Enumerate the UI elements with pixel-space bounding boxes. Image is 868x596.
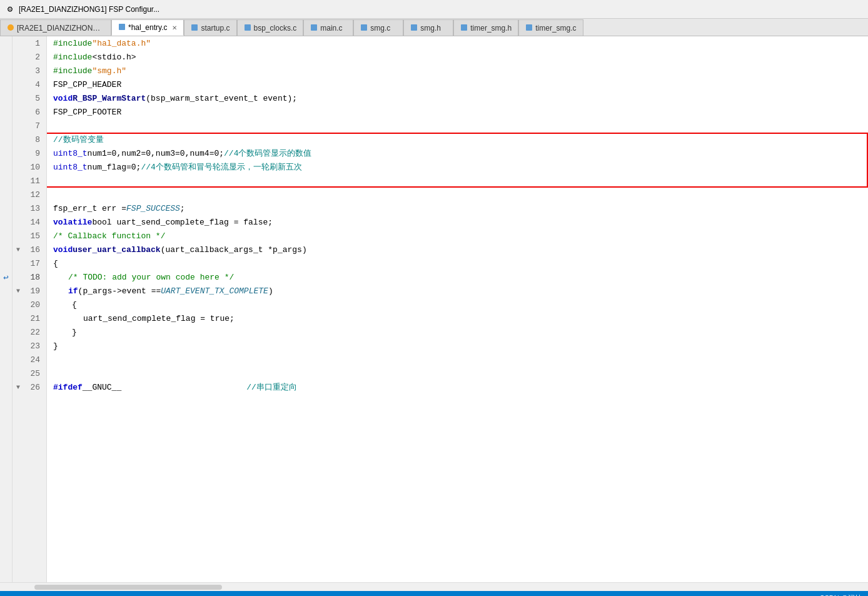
svg-rect-2 bbox=[191, 24, 198, 31]
indicator-cell-17 bbox=[0, 256, 12, 270]
tab-label-main: main.c bbox=[320, 24, 342, 33]
line-num-3: 3 bbox=[13, 64, 46, 78]
indicator-cell-19 bbox=[0, 284, 12, 298]
line-num-4: 4 bbox=[13, 78, 46, 91]
code-line-21: uart_send_complete_flag = true; bbox=[53, 311, 868, 325]
left-indicator: ↩ bbox=[0, 36, 13, 582]
tab-startup[interactable]: startup.c bbox=[184, 19, 236, 36]
title-bar: ⚙ [RA2E1_DIANZIZHONG1] FSP Configur... bbox=[0, 0, 868, 19]
tab-smg[interactable]: smg.c bbox=[353, 19, 403, 36]
line-num-2: 2 bbox=[13, 50, 46, 64]
line-num-14: 14 bbox=[13, 215, 46, 229]
code-line-24 bbox=[53, 353, 868, 366]
code-line-7 bbox=[53, 119, 868, 133]
indicator-cell-13 bbox=[0, 201, 12, 215]
code-line-13: fsp_err_t err = FSP_SUCCESS; bbox=[53, 201, 868, 215]
code-line-4: FSP_CPP_HEADER bbox=[53, 78, 868, 91]
tab-icon-hal-entry bbox=[118, 23, 126, 32]
code-line-20: { bbox=[53, 298, 868, 311]
line-num-11: 11 bbox=[13, 174, 46, 188]
tab-timer-smg-h[interactable]: timer_smg.h bbox=[453, 19, 518, 36]
svg-rect-8 bbox=[526, 24, 532, 31]
line-num-9: 9 bbox=[13, 146, 46, 160]
indicator-cell-25 bbox=[0, 366, 12, 380]
line-num-6: 6 bbox=[13, 105, 46, 119]
tab-hal-entry[interactable]: *hal_entry.c✕ bbox=[111, 19, 184, 36]
fold-icon-19[interactable]: ▼ bbox=[14, 286, 23, 295]
tab-icon-bsp-clocks bbox=[244, 24, 251, 33]
code-line-11 bbox=[53, 174, 868, 188]
indicator-cell-14 bbox=[0, 215, 12, 229]
fold-icon-26[interactable]: ▼ bbox=[14, 383, 23, 391]
tab-close-hal-entry[interactable]: ✕ bbox=[172, 24, 177, 31]
tab-smg-h[interactable]: smg.h bbox=[403, 19, 453, 36]
indicator-cell-7 bbox=[0, 119, 12, 133]
line-num-25: 25 bbox=[13, 366, 46, 380]
line-num-18: 18 bbox=[13, 270, 46, 284]
tab-bar[interactable]: [RA2E1_DIANZIZHONG1] FSP Configur...*hal… bbox=[0, 19, 868, 36]
code-line-25 bbox=[53, 366, 868, 380]
indicator-cell-3 bbox=[0, 64, 12, 78]
tab-icon-smg bbox=[360, 24, 368, 33]
tab-label-fsp-config: [RA2E1_DIANZIZHONG1] FSP Configur... bbox=[17, 24, 104, 33]
indicator-cell-21 bbox=[0, 311, 12, 325]
line-numbers: 123456789101112131415▼161718▼19202122232… bbox=[13, 36, 47, 582]
tab-bsp-clocks[interactable]: bsp_clocks.c bbox=[237, 19, 304, 36]
tab-label-timer-smg-c: timer_smg.c bbox=[535, 24, 576, 33]
indicator-cell-18: ↩ bbox=[0, 270, 12, 284]
svg-rect-5 bbox=[361, 24, 367, 31]
code-line-16: void user_uart_callback(uart_callback_ar… bbox=[53, 243, 868, 256]
scrollbar-thumb[interactable] bbox=[34, 585, 222, 590]
line-num-20: 20 bbox=[13, 298, 46, 311]
tab-timer-smg-c[interactable]: timer_smg.c bbox=[518, 19, 583, 36]
line-num-15: 15 bbox=[13, 229, 46, 243]
code-line-15: /* Callback function */ bbox=[53, 229, 868, 243]
indicator-cell-15 bbox=[0, 229, 12, 243]
line-num-10: 10 bbox=[13, 160, 46, 174]
code-line-6: FSP_CPP_FOOTER bbox=[53, 105, 868, 119]
line-num-17: 17 bbox=[13, 256, 46, 270]
title-icon: ⚙ bbox=[5, 4, 15, 14]
scrollbar-area[interactable] bbox=[0, 582, 868, 591]
tab-main[interactable]: main.c bbox=[303, 19, 353, 36]
code-content[interactable]: #include "hal_data.h"#include <stdio.h>#… bbox=[47, 36, 868, 582]
tab-icon-startup bbox=[191, 24, 198, 33]
line-num-23: 23 bbox=[13, 339, 46, 353]
code-line-23: } bbox=[53, 339, 868, 353]
code-area: ↩ 123456789101112131415▼161718▼192021222… bbox=[0, 36, 868, 582]
tab-icon-timer-smg-h bbox=[460, 24, 468, 33]
code-line-3: #include "smg.h" bbox=[53, 64, 868, 78]
code-line-8: //数码管变量 bbox=[53, 133, 868, 146]
tab-label-smg-h: smg.h bbox=[420, 24, 441, 33]
indicator-cell-12 bbox=[0, 188, 12, 201]
indicator-cell-2 bbox=[0, 50, 12, 64]
code-line-9: uint8_t num1=0,num2=0,num3=0,num4=0;//4个… bbox=[53, 146, 868, 160]
indicator-cell-22 bbox=[0, 325, 12, 339]
svg-rect-1 bbox=[119, 24, 125, 30]
indicator-cell-11 bbox=[0, 174, 12, 188]
svg-rect-4 bbox=[311, 24, 317, 31]
indicator-cell-9 bbox=[0, 146, 12, 160]
svg-rect-3 bbox=[245, 24, 251, 31]
tab-label-smg: smg.c bbox=[370, 24, 390, 33]
tab-label-startup: startup.c bbox=[201, 24, 230, 33]
svg-rect-6 bbox=[411, 24, 417, 31]
indicator-cell-10 bbox=[0, 160, 12, 174]
code-line-19: if(p_args->event == UART_EVENT_TX_COMPLE… bbox=[53, 284, 868, 298]
tab-icon-smg-h bbox=[410, 24, 418, 33]
fold-icon-16[interactable]: ▼ bbox=[14, 245, 23, 254]
title-text: [RA2E1_DIANZIZHONG1] FSP Configur... bbox=[19, 5, 159, 14]
tab-label-hal-entry: *hal_entry.c bbox=[128, 23, 167, 32]
line-num-8: 8 bbox=[13, 133, 46, 146]
line-num-21: 21 bbox=[13, 311, 46, 325]
indicator-cell-6 bbox=[0, 105, 12, 119]
line-num-5: 5 bbox=[13, 91, 46, 105]
code-line-12 bbox=[53, 188, 868, 201]
tab-fsp-config[interactable]: [RA2E1_DIANZIZHONG1] FSP Configur... bbox=[0, 19, 111, 36]
code-line-5: void R_BSP_WarmStart(bsp_warm_start_even… bbox=[53, 91, 868, 105]
code-line-14: volatile bool uart_send_complete_flag = … bbox=[53, 215, 868, 229]
indicator-cell-23 bbox=[0, 339, 12, 353]
line-num-1: 1 bbox=[13, 36, 46, 50]
indicator-cell-20 bbox=[0, 298, 12, 311]
code-line-2: #include <stdio.h> bbox=[53, 50, 868, 64]
